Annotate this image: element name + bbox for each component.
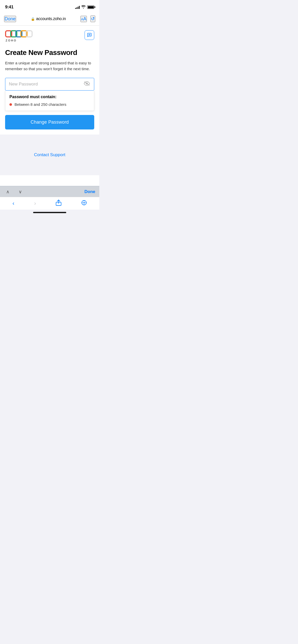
status-icons [75, 5, 94, 9]
address-bar[interactable]: 🔒 accounts.zoho.in [16, 17, 80, 21]
password-input-wrapper [5, 78, 94, 91]
below-fold: Contact Support [0, 135, 99, 175]
battery-icon [87, 5, 94, 9]
browser-chrome: Done 🔒 accounts.zoho.in AA ↻ [0, 13, 99, 26]
keyboard-prev-button[interactable]: ∧ [4, 188, 11, 196]
bottom-nav: ‹ › [0, 197, 99, 210]
zoho-rings [5, 30, 33, 37]
text-size-button[interactable]: AA [80, 16, 87, 22]
contact-support-link[interactable]: Contact Support [34, 152, 65, 157]
status-time: 9:41 [5, 5, 13, 10]
requirement-text: Between 8 and 250 characters [15, 102, 66, 107]
keyboard-done-button[interactable]: Done [85, 189, 96, 194]
refresh-button[interactable]: ↻ [90, 16, 95, 22]
svg-rect-0 [88, 33, 91, 36]
forward-button[interactable]: › [30, 199, 40, 208]
zoho-wordmark: ZOHO [6, 39, 17, 42]
keyboard-toolbar: ∧ ∨ Done [0, 186, 99, 197]
requirement-item: Between 8 and 250 characters [9, 102, 90, 107]
requirement-bullet [9, 103, 12, 106]
password-requirements: Password must contain: Between 8 and 250… [5, 91, 94, 111]
bookmarks-button[interactable] [77, 199, 91, 208]
keyboard-next-button[interactable]: ∨ [17, 188, 24, 196]
web-content: ZOHO Create New Password Enter a unique … [0, 26, 99, 186]
back-button[interactable]: ‹ [8, 199, 18, 208]
signal-icon [75, 6, 80, 9]
status-bar: 9:41 [0, 0, 99, 13]
address-text: accounts.zoho.in [36, 17, 66, 21]
browser-actions: AA ↻ [80, 16, 95, 22]
home-indicator [33, 212, 66, 213]
page-title: Create New Password [5, 49, 94, 57]
zoho-logo: ZOHO [5, 30, 33, 42]
feedback-button[interactable] [85, 30, 94, 40]
page-description: Enter a unique and strong password that … [5, 60, 94, 72]
wifi-icon [81, 5, 86, 9]
share-button[interactable] [52, 199, 65, 208]
lock-icon: 🔒 [31, 17, 35, 21]
browser-toolbar: Done 🔒 accounts.zoho.in AA ↻ [0, 13, 99, 25]
svg-point-8 [84, 202, 85, 203]
keyboard-nav: ∧ ∨ [4, 188, 24, 196]
page-body: Create New Password Enter a unique and s… [0, 45, 99, 135]
change-password-button[interactable]: Change Password [5, 115, 94, 129]
password-input[interactable] [5, 78, 94, 90]
requirements-title: Password must contain: [9, 95, 90, 99]
browser-done-button[interactable]: Done [4, 16, 16, 22]
ring-white [25, 30, 33, 37]
page-header: ZOHO [0, 26, 99, 45]
toggle-password-button[interactable] [83, 80, 91, 88]
